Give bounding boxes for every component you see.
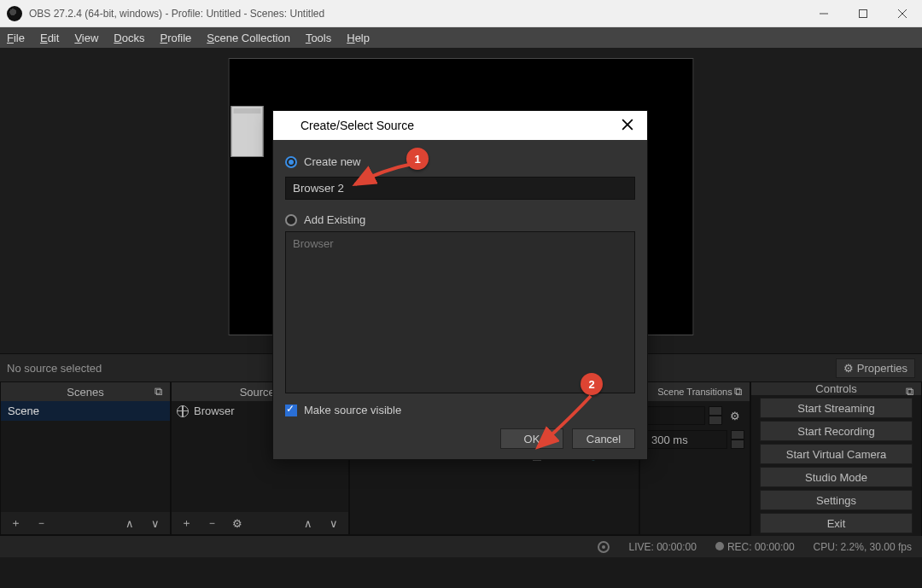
radio-off-icon [285,214,297,226]
dialog-title: Create/Select Source [301,119,414,132]
dialog-close-button[interactable] [615,119,640,133]
minimize-button[interactable] [804,0,843,27]
app-logo-icon [7,6,22,21]
radio-on-icon [285,156,297,168]
app-logo-icon [280,119,294,132]
close-button[interactable] [883,0,922,27]
annotation-badge-2: 2 [581,373,603,395]
menu-scene-collection[interactable]: Scene Collection [207,32,290,44]
existing-source-item: Browser [293,237,627,250]
menubar: File Edit View Docks Profile Scene Colle… [0,27,922,48]
source-name-input[interactable] [285,177,635,200]
make-visible-checkbox-row[interactable]: Make source visible [285,404,635,416]
menu-tools[interactable]: Tools [306,32,331,44]
menu-help[interactable]: Help [347,32,370,44]
dialog-titlebar: Create/Select Source [273,111,647,140]
create-new-radio[interactable]: Create new [285,155,635,168]
window-titlebar: OBS 27.2.4 (64-bit, windows) - Profile: … [0,0,922,27]
annotation-badge-1: 1 [406,148,429,170]
create-new-label: Create new [304,155,360,168]
window-title: OBS 27.2.4 (64-bit, windows) - Profile: … [29,8,804,20]
create-select-source-dialog: Create/Select Source Create new Add Exis… [272,110,648,460]
checkbox-checked-icon [285,405,297,416]
menu-file[interactable]: File [7,32,25,44]
menu-edit[interactable]: Edit [40,32,59,44]
menu-view[interactable]: View [74,32,98,44]
make-visible-label: Make source visible [304,404,401,416]
svg-rect-1 [860,10,867,18]
cancel-button[interactable]: Cancel [572,428,635,449]
menu-profile[interactable]: Profile [160,32,191,44]
add-existing-radio[interactable]: Add Existing [285,213,635,226]
existing-source-list[interactable]: Browser [285,231,635,393]
add-existing-label: Add Existing [304,213,365,226]
maximize-button[interactable] [843,0,883,27]
ok-button[interactable]: OK [500,428,563,449]
menu-docks[interactable]: Docks [114,32,144,44]
